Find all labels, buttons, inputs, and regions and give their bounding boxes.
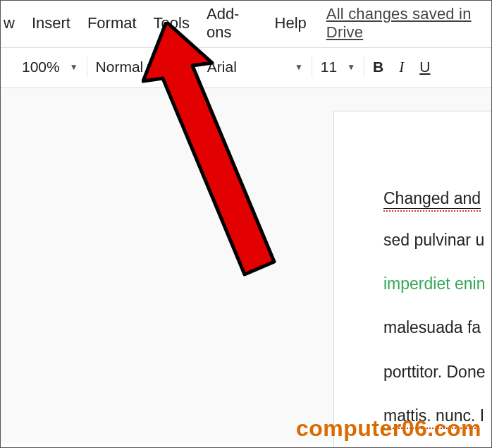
chevron-down-icon: ▼ [70,62,78,72]
font-size-dropdown[interactable]: 11 ▼ [312,59,364,75]
chevron-down-icon: ▼ [295,62,303,72]
toolbar: 100% ▼ Normal text ▼ Arial ▼ 11 ▼ B I U [1,48,491,87]
menu-tools[interactable]: Tools [154,14,190,32]
menu-format[interactable]: Format [87,14,137,32]
document-line: malesuada fa [383,316,492,339]
save-status[interactable]: All changes saved in Drive [326,5,491,42]
document-heading: Changed and [383,189,481,209]
italic-button[interactable]: I [399,59,404,76]
underline-button[interactable]: U [419,59,430,75]
zoom-value: 100% [22,59,60,75]
document-line: imperdiet enin [383,272,492,295]
chevron-down-icon: ▼ [181,62,190,72]
menu-insert[interactable]: Insert [32,14,70,32]
watermark-text: computer06.com [296,416,481,442]
document-line: porttitor. Done [383,361,492,383]
menu-view[interactable]: w [4,14,15,32]
font-size-value: 11 [321,59,337,75]
paragraph-style-value: Normal text [96,59,171,75]
document-canvas[interactable]: Changed and sed pulvinar u imperdiet eni… [1,88,491,443]
menubar: w Insert Format Tools Add-ons Help All c… [1,1,491,47]
chevron-down-icon: ▼ [347,62,355,72]
document-line: sed pulvinar u [383,229,492,251]
zoom-dropdown[interactable]: 100% ▼ [13,59,87,75]
menu-help[interactable]: Help [275,14,307,32]
font-value: Arial [207,59,237,75]
font-dropdown[interactable]: Arial ▼ [199,59,312,75]
bold-button[interactable]: B [373,59,383,75]
menu-addons[interactable]: Add-ons [207,5,258,42]
paragraph-style-dropdown[interactable]: Normal text ▼ [87,59,198,75]
document-page[interactable]: Changed and sed pulvinar u imperdiet eni… [333,111,492,448]
